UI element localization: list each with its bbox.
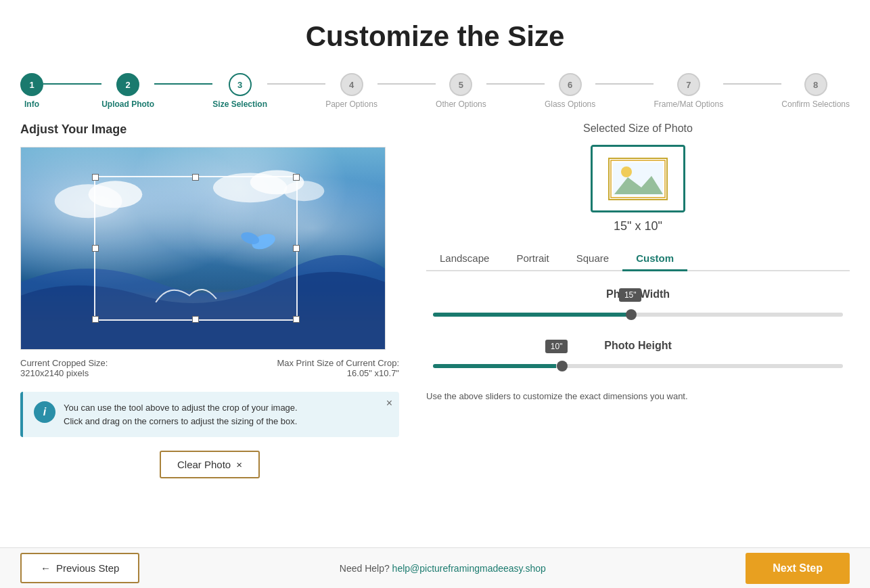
max-print-value: 16.05" x10.7" [277,368,399,378]
info-banner-close[interactable]: × [386,397,392,409]
step-7-circle: 7 [677,73,700,96]
prev-icon: ← [41,562,51,574]
help-email-link[interactable]: help@pictureframingmadeeasy.shop [392,563,546,574]
step-5-circle: 5 [449,73,472,96]
step-4-label: Paper Options [325,99,377,109]
tab-custom[interactable]: Custom [622,247,687,271]
height-value-badge: 10" [545,340,568,353]
connector-1-2 [43,83,101,85]
connector-3-4 [267,83,325,85]
connector-7-8 [723,83,781,85]
photo-preview-box [591,145,685,212]
width-slider[interactable] [433,313,843,317]
height-slider-label: Photo Height [426,340,850,352]
crop-handle-bm[interactable] [192,316,199,323]
height-slider[interactable] [433,364,843,368]
connector-6-7 [595,83,654,85]
crop-handle-tl[interactable] [92,174,99,181]
stepper: 1 Info 2 Upload Photo 3 Size Selection 4… [0,66,870,109]
crop-handle-mr[interactable] [293,245,300,252]
step-2-label: Upload Photo [101,99,154,109]
current-crop-label: Current Cropped Size: [20,358,108,368]
step-3[interactable]: 3 Size Selection [212,73,267,109]
step-6[interactable]: 6 Glass Options [545,73,595,109]
crop-handle-bl[interactable] [92,316,99,323]
connector-5-6 [486,83,545,85]
tab-square[interactable]: Square [563,247,622,271]
step-1[interactable]: 1 Info [20,73,43,109]
clear-photo-label: Clear Photo [177,459,231,470]
right-panel: Selected Size of Photo 15" x 10" Landsca… [426,122,850,478]
footer-bar: ← Previous Step Need Help? help@picturef… [0,547,870,588]
tab-portrait[interactable]: Portrait [503,247,562,271]
photo-preview-icon [608,157,668,201]
prev-step-label: Previous Step [56,562,119,574]
crop-handle-tr[interactable] [293,174,300,181]
selected-size-title: Selected Size of Photo [426,122,850,135]
size-display: 15" x 10" [426,219,850,233]
clear-photo-button[interactable]: Clear Photo × [160,451,260,478]
crop-handle-ml[interactable] [92,245,99,252]
step-1-circle: 1 [20,73,43,96]
crop-handle-tm[interactable] [192,174,199,181]
adjust-image-title: Adjust Your Image [20,122,399,137]
step-2[interactable]: 2 Upload Photo [101,73,154,109]
svg-point-9 [621,166,632,177]
connector-4-5 [377,83,436,85]
step-2-circle: 2 [116,73,139,96]
height-slider-section: Photo Height 10" [426,340,850,371]
current-crop-value: 3210x2140 pixels [20,368,108,378]
prev-step-button[interactable]: ← Previous Step [20,553,139,583]
step-5[interactable]: 5 Other Options [436,73,486,109]
page-title: Customize the Size [0,0,870,66]
crop-box[interactable] [94,176,298,321]
step-1-label: Info [24,99,39,109]
step-8[interactable]: 8 Confirm Selections [781,73,850,109]
step-8-circle: 8 [804,73,827,96]
step-5-label: Other Options [436,99,486,109]
slider-hint: Use the above sliders to customize the e… [426,391,850,401]
step-8-label: Confirm Selections [781,99,850,109]
width-value-badge: 15" [619,288,642,302]
left-panel: Adjust Your Image [20,122,399,478]
help-text: Need Help? help@pictureframingmadeeasy.s… [340,563,546,574]
orientation-tabs: Landscape Portrait Square Custom [426,247,850,271]
max-print-label: Max Print Size of Current Crop: [277,358,399,368]
step-6-label: Glass Options [545,99,595,109]
tab-landscape[interactable]: Landscape [426,247,503,271]
crop-info: Current Cropped Size: 3210x2140 pixels M… [20,358,399,378]
connector-2-3 [154,83,212,85]
step-7[interactable]: 7 Frame/Mat Options [654,73,723,109]
step-4[interactable]: 4 Paper Options [325,73,377,109]
step-6-circle: 6 [559,73,582,96]
step-7-label: Frame/Mat Options [654,99,723,109]
image-crop-area[interactable] [20,147,386,350]
crop-handle-br[interactable] [293,316,300,323]
step-4-circle: 4 [340,73,363,96]
clear-photo-icon: × [236,459,242,470]
info-text: You can use the tool above to adjust the… [64,401,298,428]
info-banner: i You can use the tool above to adjust t… [20,392,399,437]
next-step-button[interactable]: Next Step [746,553,850,584]
step-3-label: Size Selection [212,99,267,109]
width-slider-section: Photo Width 15" [426,288,850,319]
step-3-circle: 3 [229,73,252,96]
info-icon: i [34,401,55,423]
